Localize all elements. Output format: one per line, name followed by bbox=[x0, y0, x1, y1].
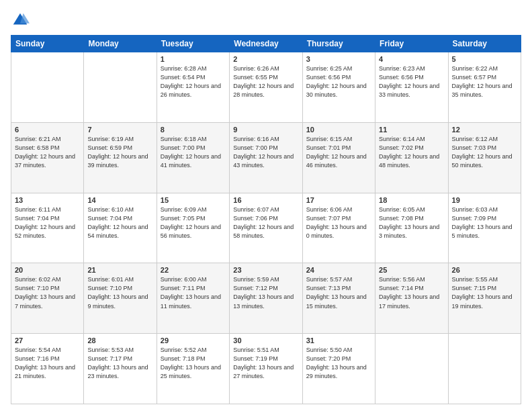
calendar-cell: 27Sunrise: 5:54 AMSunset: 7:16 PMDayligh… bbox=[11, 334, 84, 404]
day-number: 11 bbox=[379, 126, 444, 134]
day-info: Sunrise: 6:11 AMSunset: 7:04 PMDaylight:… bbox=[15, 205, 80, 240]
day-info: Sunrise: 6:23 AMSunset: 6:56 PMDaylight:… bbox=[379, 64, 444, 99]
day-info: Sunrise: 6:16 AMSunset: 7:00 PMDaylight:… bbox=[233, 135, 298, 170]
calendar-cell: 24Sunrise: 5:57 AMSunset: 7:13 PMDayligh… bbox=[302, 263, 375, 334]
day-header-wednesday: Wednesday bbox=[230, 36, 302, 52]
day-number: 15 bbox=[161, 196, 226, 204]
day-info: Sunrise: 6:15 AMSunset: 7:01 PMDaylight:… bbox=[306, 135, 371, 170]
calendar-cell: 19Sunrise: 6:03 AMSunset: 7:09 PMDayligh… bbox=[448, 193, 521, 263]
logo bbox=[11, 11, 32, 30]
calendar-cell: 29Sunrise: 5:52 AMSunset: 7:18 PMDayligh… bbox=[157, 334, 229, 404]
calendar-cell: 6Sunrise: 6:21 AMSunset: 6:58 PMDaylight… bbox=[11, 122, 84, 193]
day-number: 25 bbox=[379, 266, 444, 274]
day-info: Sunrise: 5:57 AMSunset: 7:13 PMDaylight:… bbox=[306, 275, 371, 310]
day-number: 29 bbox=[161, 336, 226, 345]
day-info: Sunrise: 6:14 AMSunset: 7:02 PMDaylight:… bbox=[379, 135, 444, 170]
day-info: Sunrise: 5:54 AMSunset: 7:16 PMDaylight:… bbox=[15, 346, 80, 381]
day-number: 17 bbox=[306, 196, 371, 204]
day-number: 12 bbox=[452, 126, 517, 134]
day-info: Sunrise: 6:09 AMSunset: 7:05 PMDaylight:… bbox=[161, 205, 226, 240]
day-number: 24 bbox=[306, 266, 371, 274]
calendar-cell: 3Sunrise: 6:25 AMSunset: 6:56 PMDaylight… bbox=[302, 52, 375, 123]
day-info: Sunrise: 6:12 AMSunset: 7:03 PMDaylight:… bbox=[452, 135, 517, 170]
day-info: Sunrise: 6:02 AMSunset: 7:10 PMDaylight:… bbox=[15, 275, 80, 310]
day-header-saturday: Saturday bbox=[448, 36, 521, 52]
days-header-row: SundayMondayTuesdayWednesdayThursdayFrid… bbox=[11, 36, 521, 52]
day-info: Sunrise: 6:26 AMSunset: 6:55 PMDaylight:… bbox=[233, 64, 298, 99]
day-number: 4 bbox=[379, 55, 444, 63]
day-info: Sunrise: 5:52 AMSunset: 7:18 PMDaylight:… bbox=[161, 346, 226, 381]
day-number: 31 bbox=[306, 336, 371, 345]
calendar-cell: 26Sunrise: 5:55 AMSunset: 7:15 PMDayligh… bbox=[448, 263, 521, 334]
day-info: Sunrise: 6:18 AMSunset: 7:00 PMDaylight:… bbox=[161, 135, 226, 170]
day-number: 19 bbox=[452, 196, 517, 204]
day-number: 18 bbox=[379, 196, 444, 204]
calendar-cell: 11Sunrise: 6:14 AMSunset: 7:02 PMDayligh… bbox=[375, 122, 448, 193]
calendar-cell: 16Sunrise: 6:07 AMSunset: 7:06 PMDayligh… bbox=[230, 193, 302, 263]
day-header-tuesday: Tuesday bbox=[157, 36, 229, 52]
day-info: Sunrise: 6:01 AMSunset: 7:10 PMDaylight:… bbox=[87, 275, 152, 310]
day-number: 2 bbox=[233, 55, 298, 63]
day-info: Sunrise: 6:03 AMSunset: 7:09 PMDaylight:… bbox=[452, 205, 517, 240]
day-info: Sunrise: 6:21 AMSunset: 6:58 PMDaylight:… bbox=[15, 135, 80, 170]
week-row-1: 1Sunrise: 6:28 AMSunset: 6:54 PMDaylight… bbox=[11, 52, 521, 123]
calendar-cell: 17Sunrise: 6:06 AMSunset: 7:07 PMDayligh… bbox=[302, 193, 375, 263]
day-info: Sunrise: 5:50 AMSunset: 7:20 PMDaylight:… bbox=[306, 346, 371, 381]
day-info: Sunrise: 6:28 AMSunset: 6:54 PMDaylight:… bbox=[161, 64, 226, 99]
week-row-4: 20Sunrise: 6:02 AMSunset: 7:10 PMDayligh… bbox=[11, 263, 521, 334]
day-number: 28 bbox=[87, 336, 152, 345]
day-header-monday: Monday bbox=[84, 36, 157, 52]
day-info: Sunrise: 5:55 AMSunset: 7:15 PMDaylight:… bbox=[452, 275, 517, 310]
calendar-cell: 8Sunrise: 6:18 AMSunset: 7:00 PMDaylight… bbox=[157, 122, 229, 193]
day-number: 1 bbox=[161, 55, 226, 63]
calendar-cell: 7Sunrise: 6:19 AMSunset: 6:59 PMDaylight… bbox=[84, 122, 157, 193]
calendar-cell: 30Sunrise: 5:51 AMSunset: 7:19 PMDayligh… bbox=[230, 334, 302, 404]
day-info: Sunrise: 6:00 AMSunset: 7:11 PMDaylight:… bbox=[161, 275, 226, 310]
calendar-cell: 5Sunrise: 6:22 AMSunset: 6:57 PMDaylight… bbox=[448, 52, 521, 123]
day-info: Sunrise: 5:59 AMSunset: 7:12 PMDaylight:… bbox=[233, 275, 298, 310]
day-info: Sunrise: 5:51 AMSunset: 7:19 PMDaylight:… bbox=[233, 346, 298, 381]
day-number: 6 bbox=[15, 126, 80, 134]
calendar-cell: 31Sunrise: 5:50 AMSunset: 7:20 PMDayligh… bbox=[302, 334, 375, 404]
day-number: 22 bbox=[161, 266, 226, 274]
day-number: 20 bbox=[15, 266, 80, 274]
calendar-cell: 10Sunrise: 6:15 AMSunset: 7:01 PMDayligh… bbox=[302, 122, 375, 193]
day-number: 7 bbox=[87, 126, 152, 134]
day-number: 30 bbox=[233, 336, 298, 345]
day-info: Sunrise: 6:22 AMSunset: 6:57 PMDaylight:… bbox=[452, 64, 517, 99]
calendar-cell: 25Sunrise: 5:56 AMSunset: 7:14 PMDayligh… bbox=[375, 263, 448, 334]
day-info: Sunrise: 6:05 AMSunset: 7:08 PMDaylight:… bbox=[379, 205, 444, 240]
day-header-friday: Friday bbox=[375, 36, 448, 52]
calendar-cell bbox=[84, 52, 157, 123]
calendar-cell: 28Sunrise: 5:53 AMSunset: 7:17 PMDayligh… bbox=[84, 334, 157, 404]
day-info: Sunrise: 6:25 AMSunset: 6:56 PMDaylight:… bbox=[306, 64, 371, 99]
calendar-cell: 9Sunrise: 6:16 AMSunset: 7:00 PMDaylight… bbox=[230, 122, 302, 193]
day-header-sunday: Sunday bbox=[11, 36, 84, 52]
calendar-cell: 1Sunrise: 6:28 AMSunset: 6:54 PMDaylight… bbox=[157, 52, 229, 123]
calendar-cell: 23Sunrise: 5:59 AMSunset: 7:12 PMDayligh… bbox=[230, 263, 302, 334]
day-number: 10 bbox=[306, 126, 371, 134]
day-info: Sunrise: 6:06 AMSunset: 7:07 PMDaylight:… bbox=[306, 205, 371, 240]
calendar: SundayMondayTuesdayWednesdayThursdayFrid… bbox=[11, 35, 521, 404]
day-number: 27 bbox=[15, 336, 80, 345]
week-row-2: 6Sunrise: 6:21 AMSunset: 6:58 PMDaylight… bbox=[11, 122, 521, 193]
calendar-cell bbox=[375, 334, 448, 404]
day-info: Sunrise: 6:10 AMSunset: 7:04 PMDaylight:… bbox=[87, 205, 152, 240]
day-number: 3 bbox=[306, 55, 371, 63]
header bbox=[11, 11, 521, 30]
day-number: 16 bbox=[233, 196, 298, 204]
page: SundayMondayTuesdayWednesdayThursdayFrid… bbox=[0, 0, 532, 411]
calendar-cell: 22Sunrise: 6:00 AMSunset: 7:11 PMDayligh… bbox=[157, 263, 229, 334]
calendar-cell: 20Sunrise: 6:02 AMSunset: 7:10 PMDayligh… bbox=[11, 263, 84, 334]
day-info: Sunrise: 6:07 AMSunset: 7:06 PMDaylight:… bbox=[233, 205, 298, 240]
logo-icon bbox=[11, 11, 30, 30]
day-number: 5 bbox=[452, 55, 517, 63]
calendar-cell bbox=[448, 334, 521, 404]
day-number: 9 bbox=[233, 126, 298, 134]
day-info: Sunrise: 6:19 AMSunset: 6:59 PMDaylight:… bbox=[87, 135, 152, 170]
week-row-5: 27Sunrise: 5:54 AMSunset: 7:16 PMDayligh… bbox=[11, 334, 521, 404]
calendar-cell: 14Sunrise: 6:10 AMSunset: 7:04 PMDayligh… bbox=[84, 193, 157, 263]
day-info: Sunrise: 5:53 AMSunset: 7:17 PMDaylight:… bbox=[87, 346, 152, 381]
day-info: Sunrise: 5:56 AMSunset: 7:14 PMDaylight:… bbox=[379, 275, 444, 310]
day-number: 23 bbox=[233, 266, 298, 274]
